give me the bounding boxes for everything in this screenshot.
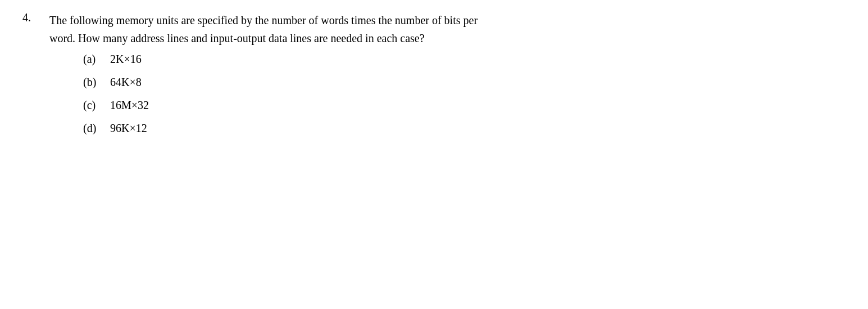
question-block: 4. The following memory units are specif… <box>22 11 846 135</box>
sub-item-a: (a)2K×16 <box>83 53 846 66</box>
sub-item-label-2: (c) <box>83 99 101 112</box>
sub-item-c: (c)16M×32 <box>83 99 846 112</box>
sub-items-list: (a)2K×16(b)64K×8(c)16M×32(d)96K×12 <box>49 53 846 135</box>
sub-item-label-0: (a) <box>83 53 101 66</box>
sub-item-label-1: (b) <box>83 76 101 89</box>
question-number: 4. <box>22 11 49 24</box>
sub-item-value-2: 16M×32 <box>110 99 149 112</box>
sub-item-d: (d)96K×12 <box>83 122 846 135</box>
question-text: The following memory units are specified… <box>49 11 846 47</box>
question-text-line1: The following memory units are specified… <box>49 14 478 26</box>
sub-item-b: (b)64K×8 <box>83 76 846 89</box>
sub-item-value-0: 2K×16 <box>110 53 142 66</box>
sub-item-value-1: 64K×8 <box>110 76 142 89</box>
sub-item-value-3: 96K×12 <box>110 122 147 135</box>
question-content: The following memory units are specified… <box>49 11 846 135</box>
sub-item-label-3: (d) <box>83 122 101 135</box>
question-text-line2: word. How many address lines and input-o… <box>49 32 425 44</box>
page: 4. The following memory units are specif… <box>0 0 868 309</box>
